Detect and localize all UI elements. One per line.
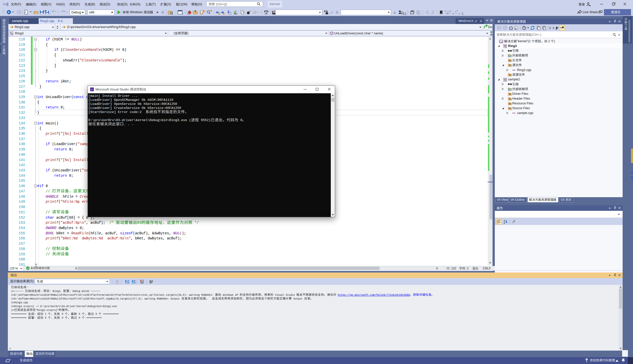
svg-text:++: ++ [512,111,516,115]
svg-text:ab: ab [149,280,152,282]
svg-text:A: A [324,10,326,13]
svg-text:C:\: C:\ [91,88,93,91]
svg-text:abc: abc [234,12,238,15]
svg-text:++: ++ [512,69,516,72]
svg-text:2: 2 [431,13,432,15]
svg-text:Z: Z [504,222,505,224]
